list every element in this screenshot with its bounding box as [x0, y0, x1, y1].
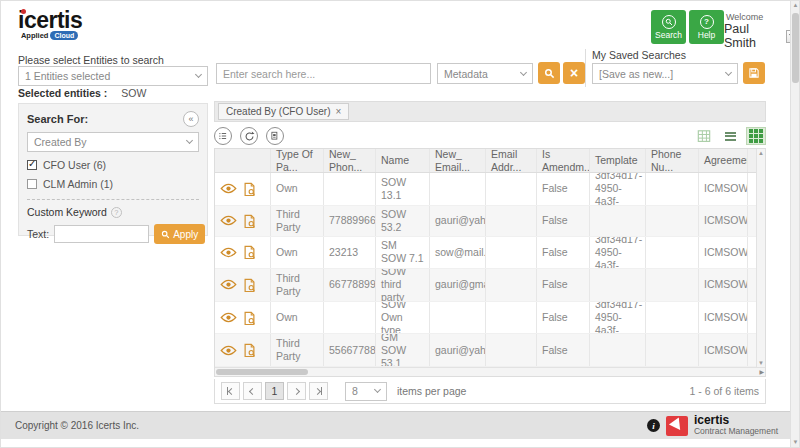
- close-icon: ×: [570, 65, 578, 81]
- table-vertical-scrollbar[interactable]: ▲ ▼: [756, 149, 765, 367]
- search-submit-button[interactable]: [538, 62, 560, 84]
- column-header-email-address[interactable]: Email Addr...: [486, 149, 537, 172]
- pagination-bar: 1 8 items per page 1 - 6 of 6 items: [214, 379, 766, 404]
- table-row[interactable]: Third Party 5566778899 GM SOW 53.1 gauri…: [215, 334, 756, 367]
- brand-red-dot: [21, 9, 26, 14]
- search-for-panel: Search For: « Created By CFO User (6) CL…: [18, 103, 208, 236]
- chevron-down-icon: [186, 137, 193, 144]
- user-menu: Welcome Paul Smith: [724, 12, 799, 50]
- table-row[interactable]: Own SOW 13.1 False 3df34d17-4950-4a3f- I…: [215, 173, 756, 206]
- items-range-label: 1 - 6 of 6 items: [690, 385, 759, 397]
- help-tooltip-icon: ?: [111, 207, 122, 218]
- table-row[interactable]: Own SOW Own type False 3df34d17-4950-4a3…: [215, 302, 756, 335]
- welcome-label: Welcome: [724, 12, 799, 22]
- table-horizontal-scrollbar[interactable]: ▶: [215, 367, 765, 376]
- chevron-down-icon: [374, 386, 381, 393]
- document-review-icon[interactable]: [243, 182, 256, 196]
- scroll-down-icon[interactable]: ▼: [791, 439, 800, 445]
- saved-searches-dropdown[interactable]: [Save as new...]: [592, 63, 738, 84]
- column-header-type-of-party[interactable]: Type Of Pa...: [271, 149, 324, 172]
- scroll-right-icon[interactable]: ▶: [759, 368, 764, 377]
- refresh-button[interactable]: [240, 127, 258, 145]
- filter-option-clm-admin[interactable]: CLM Admin (1): [27, 178, 199, 190]
- search-scope-dropdown[interactable]: Metadata: [437, 63, 533, 84]
- user-name: Paul Smith: [724, 22, 782, 50]
- search-nav-button[interactable]: Search: [651, 10, 686, 44]
- view-icon[interactable]: [220, 247, 237, 258]
- clear-search-button[interactable]: ×: [563, 62, 585, 84]
- export-document-icon: [270, 131, 280, 141]
- footer-bar: Copyright © 2016 Icerts Inc. i icertis C…: [1, 411, 792, 439]
- page-size-dropdown[interactable]: 8: [345, 382, 387, 401]
- column-header-name[interactable]: Name: [376, 149, 430, 172]
- table-row[interactable]: Own 23213 SM SOW 7.1 sow@mail... False 3…: [215, 237, 756, 270]
- column-options-button[interactable]: [214, 127, 232, 145]
- first-page-button[interactable]: [221, 382, 240, 400]
- search-icon: [662, 15, 676, 29]
- scrollbar-thumb[interactable]: [216, 369, 308, 375]
- scrollbar-thumb[interactable]: [792, 13, 799, 83]
- search-input[interactable]: [216, 63, 431, 84]
- column-header-phone-number[interactable]: Phone Nu...: [646, 149, 699, 172]
- scroll-up-icon[interactable]: ▲: [758, 150, 764, 156]
- scroll-down-icon[interactable]: ▼: [758, 360, 764, 366]
- column-header-is-amendment[interactable]: Is Amendm...: [537, 149, 590, 172]
- list-view-icon: [725, 130, 736, 142]
- custom-keyword-input[interactable]: [54, 225, 149, 243]
- document-review-icon[interactable]: [243, 311, 256, 325]
- active-filters-bar: Created By (CFO User) ×: [214, 101, 766, 122]
- info-icon[interactable]: i: [647, 419, 660, 432]
- chevron-down-icon: [520, 68, 527, 75]
- save-icon: [748, 67, 760, 79]
- column-header-agreement[interactable]: Agreement...: [699, 149, 748, 172]
- remove-filter-icon[interactable]: ×: [335, 106, 341, 117]
- view-icon[interactable]: [220, 215, 237, 226]
- results-toolbar: [214, 126, 766, 146]
- text-label: Text:: [27, 228, 49, 240]
- entity-select-label: Please select Entities to search: [18, 54, 164, 66]
- divider: [585, 49, 586, 87]
- column-header-new-email[interactable]: New_ Email...: [430, 149, 486, 172]
- scroll-up-icon[interactable]: ▲: [791, 2, 800, 8]
- grid-view-button[interactable]: [746, 127, 766, 145]
- export-button[interactable]: [266, 127, 284, 145]
- view-icon[interactable]: [220, 312, 237, 323]
- filter-option-cfo-user[interactable]: CFO User (6): [27, 159, 199, 171]
- custom-keyword-label: Custom Keyword: [27, 206, 107, 218]
- previous-page-button[interactable]: [243, 382, 262, 400]
- refresh-icon: [244, 131, 255, 142]
- filter-chip[interactable]: Created By (CFO User) ×: [218, 103, 349, 120]
- checkbox-checked-icon[interactable]: [27, 160, 37, 170]
- document-review-icon[interactable]: [243, 245, 256, 259]
- current-page-button[interactable]: 1: [265, 382, 284, 400]
- page-vertical-scrollbar[interactable]: ▲ ▼: [790, 1, 799, 448]
- apply-button[interactable]: Apply: [154, 224, 205, 244]
- table-view-button[interactable]: [694, 127, 714, 145]
- list-view-button[interactable]: [720, 127, 740, 145]
- document-review-icon[interactable]: [243, 343, 256, 357]
- search-for-dropdown[interactable]: Created By: [27, 132, 199, 152]
- table-row[interactable]: Third Party 6677889900 SOW third party g…: [215, 269, 756, 302]
- chevron-down-icon: [195, 71, 202, 78]
- view-icon[interactable]: [220, 279, 237, 290]
- view-icon[interactable]: [220, 183, 237, 194]
- save-search-button[interactable]: [743, 62, 765, 84]
- saved-searches-title: My Saved Searches: [592, 49, 686, 61]
- chevron-down-icon: [725, 68, 732, 75]
- table-row[interactable]: Third Party 7788996655 SOW 53.2 gauri@ya…: [215, 206, 756, 237]
- search-icon: [544, 68, 555, 79]
- document-review-icon[interactable]: [243, 278, 256, 292]
- help-nav-button[interactable]: ? Help: [689, 10, 724, 44]
- collapse-panel-button[interactable]: «: [183, 111, 199, 127]
- table-header-row: Type Of Pa... New_ Phon... Name New_ Ema…: [215, 149, 756, 173]
- last-page-button[interactable]: [309, 382, 328, 400]
- column-header-template[interactable]: Template: [590, 149, 646, 172]
- copyright-text: Copyright © 2016 Icerts Inc.: [15, 420, 139, 431]
- document-review-icon[interactable]: [243, 214, 256, 228]
- checkbox-unchecked-icon[interactable]: [27, 179, 37, 189]
- column-header-new-phone[interactable]: New_ Phon...: [324, 149, 376, 172]
- next-page-button[interactable]: [287, 382, 306, 400]
- brand-name: icertis: [18, 8, 82, 32]
- view-icon[interactable]: [220, 345, 237, 356]
- entity-select-dropdown[interactable]: 1 Entities selected: [18, 66, 208, 86]
